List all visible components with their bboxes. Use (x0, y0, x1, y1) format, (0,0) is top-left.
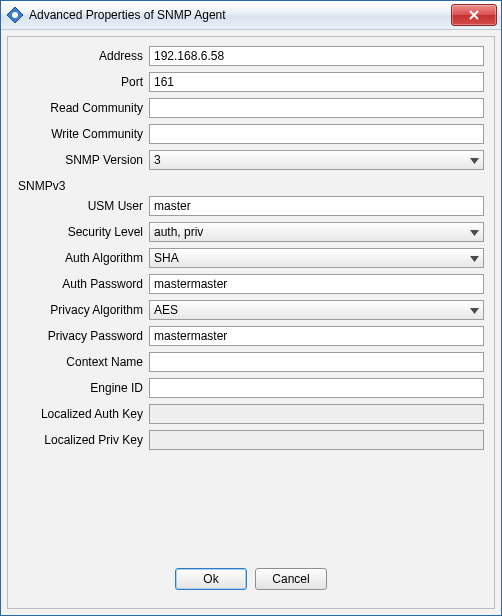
input-port[interactable] (149, 72, 484, 92)
row-context-name: Context Name (18, 351, 484, 373)
select-privacy-algorithm-value: AES (154, 303, 461, 317)
chevron-down-icon (470, 251, 479, 265)
svg-marker-4 (470, 158, 479, 164)
row-write-community: Write Community (18, 123, 484, 145)
select-security-level-value: auth, priv (154, 225, 461, 239)
label-read-community: Read Community (18, 101, 149, 115)
titlebar: Advanced Properties of SNMP Agent (1, 1, 501, 30)
label-address: Address (18, 49, 149, 63)
input-engine-id[interactable] (149, 378, 484, 398)
label-write-community: Write Community (18, 127, 149, 141)
form-panel: Address Port Read Community Write Commun… (7, 36, 495, 609)
select-snmp-version[interactable]: 3 (149, 150, 484, 170)
input-localized-auth-key (149, 404, 484, 424)
label-localized-priv-key: Localized Priv Key (18, 433, 149, 447)
select-auth-algorithm[interactable]: SHA (149, 248, 484, 268)
window-title: Advanced Properties of SNMP Agent (29, 8, 451, 22)
chevron-down-icon (470, 225, 479, 239)
svg-marker-6 (470, 256, 479, 262)
chevron-down-icon (470, 303, 479, 317)
input-localized-priv-key (149, 430, 484, 450)
close-icon (469, 10, 479, 20)
label-snmp-version: SNMP Version (18, 153, 149, 167)
row-read-community: Read Community (18, 97, 484, 119)
row-engine-id: Engine ID (18, 377, 484, 399)
input-read-community[interactable] (149, 98, 484, 118)
input-address[interactable] (149, 46, 484, 66)
input-context-name[interactable] (149, 352, 484, 372)
row-auth-password: Auth Password (18, 273, 484, 295)
label-auth-password: Auth Password (18, 277, 149, 291)
row-auth-algorithm: Auth Algorithm SHA (18, 247, 484, 269)
cancel-button[interactable]: Cancel (255, 568, 327, 590)
label-privacy-algorithm: Privacy Algorithm (18, 303, 149, 317)
label-usm-user: USM User (18, 199, 149, 213)
label-security-level: Security Level (18, 225, 149, 239)
row-usm-user: USM User (18, 195, 484, 217)
input-auth-password[interactable] (149, 274, 484, 294)
select-security-level[interactable]: auth, priv (149, 222, 484, 242)
dialog-window: Advanced Properties of SNMP Agent Addres… (0, 0, 502, 616)
label-auth-algorithm: Auth Algorithm (18, 251, 149, 265)
input-usm-user[interactable] (149, 196, 484, 216)
panel-spacer (18, 455, 484, 562)
label-context-name: Context Name (18, 355, 149, 369)
chevron-down-icon (470, 153, 479, 167)
select-auth-algorithm-value: SHA (154, 251, 461, 265)
close-button[interactable] (451, 4, 497, 26)
input-privacy-password[interactable] (149, 326, 484, 346)
app-icon (7, 7, 23, 23)
row-security-level: Security Level auth, priv (18, 221, 484, 243)
svg-marker-7 (470, 308, 479, 314)
svg-marker-5 (470, 230, 479, 236)
label-engine-id: Engine ID (18, 381, 149, 395)
svg-point-1 (12, 12, 18, 18)
row-snmp-version: SNMP Version 3 (18, 149, 484, 171)
input-write-community[interactable] (149, 124, 484, 144)
label-port: Port (18, 75, 149, 89)
row-address: Address (18, 45, 484, 67)
row-privacy-password: Privacy Password (18, 325, 484, 347)
select-snmp-version-value: 3 (154, 153, 461, 167)
row-privacy-algorithm: Privacy Algorithm AES (18, 299, 484, 321)
row-port: Port (18, 71, 484, 93)
group-label-snmpv3: SNMPv3 (18, 179, 484, 193)
label-localized-auth-key: Localized Auth Key (18, 407, 149, 421)
row-localized-priv-key: Localized Priv Key (18, 429, 484, 451)
button-bar: Ok Cancel (18, 562, 484, 600)
select-privacy-algorithm[interactable]: AES (149, 300, 484, 320)
ok-button[interactable]: Ok (175, 568, 247, 590)
label-privacy-password: Privacy Password (18, 329, 149, 343)
client-area: Address Port Read Community Write Commun… (1, 30, 501, 615)
row-localized-auth-key: Localized Auth Key (18, 403, 484, 425)
